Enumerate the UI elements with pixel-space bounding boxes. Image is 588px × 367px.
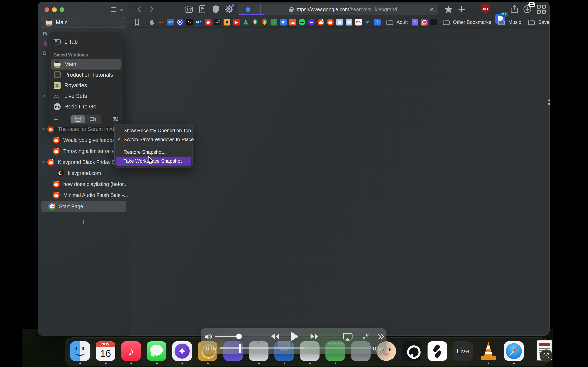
bookmark-folder-label-adult[interactable]: Adult [397, 19, 408, 25]
bookmark-squiggle[interactable]: M [364, 19, 371, 25]
saved-window-main[interactable]: Main [51, 59, 121, 69]
collapsed-chevron-icon[interactable] [43, 83, 45, 87]
bookmark-ballpark[interactable]: ◆ [205, 19, 212, 25]
dock-messages[interactable] [147, 341, 166, 361]
sidebar-tab-klevgrand-com[interactable]: klevgrand.com [38, 167, 130, 179]
sidebar-toggle-icon[interactable] [110, 7, 117, 13]
segment-devices-view[interactable] [85, 115, 100, 123]
bookmark-insta[interactable] [421, 19, 428, 25]
bookmark-drive[interactable] [242, 19, 249, 25]
dock-calendar[interactable]: NOV16 [96, 341, 115, 361]
volume-slider[interactable] [215, 336, 239, 337]
volume-icon[interactable] [204, 333, 213, 341]
bookmark-folder-label-other-bookmarks[interactable]: Other Bookmarks [453, 19, 491, 25]
saved-window-reddit-to-go[interactable]: Reddit To Go [51, 101, 121, 112]
bookmark-folder-label-music[interactable]: Music [508, 19, 521, 25]
bookmark-star-button[interactable] [444, 5, 453, 15]
bookmark-folder-label-saved-tabs[interactable]: Saved Tabs [538, 19, 550, 25]
sidebar-tab-start-page[interactable]: Start Page [42, 201, 126, 212]
bookmark-youtube[interactable]: ▶ [233, 19, 240, 25]
dock-splice[interactable] [428, 341, 447, 361]
saved-window-royalties[interactable]: Royalties [51, 80, 121, 91]
bookmark-snoo2[interactable] [346, 19, 352, 25]
bookmark-green-arrow[interactable]: → [270, 19, 277, 25]
rewind-button[interactable] [270, 332, 280, 341]
dock-music[interactable] [121, 341, 141, 361]
folder-saved-tabs-icon[interactable] [528, 19, 535, 25]
bookmark-spotify2[interactable] [308, 19, 315, 25]
bookmark-hashtag[interactable]: # [280, 19, 287, 25]
bookmark-amazon[interactable]: a [224, 19, 230, 25]
dock-finder[interactable] [70, 341, 90, 361]
bookmark-snoo1[interactable] [336, 19, 343, 25]
more-chevrons-button[interactable] [377, 333, 385, 341]
menu-item-restore-snapshot[interactable]: Restore Snapshot... [116, 148, 191, 157]
bookmark-s-black[interactable]: S [186, 19, 193, 25]
menu-item-switch-saved-windows-in-place[interactable]: Switch Saved Windows In-Place [116, 135, 191, 144]
gear-settings-button[interactable] [225, 4, 234, 15]
bookmark-reddit2[interactable] [327, 19, 334, 25]
new-tab-plus-button[interactable] [457, 4, 466, 15]
folder-music-icon[interactable] [498, 19, 505, 25]
fast-forward-button[interactable] [309, 332, 320, 341]
bookmark-mlb[interactable]: MLB [195, 19, 202, 25]
seek-bar[interactable] [219, 347, 373, 349]
bookmark-reddit1[interactable] [318, 19, 324, 25]
seek-knob[interactable] [239, 344, 241, 353]
folder-adult-icon[interactable] [386, 19, 393, 25]
tab-count-item[interactable]: 1 Tab [51, 36, 121, 47]
bookmark-audius[interactable]: ∩ [412, 19, 418, 25]
bookmark-maps1[interactable] [252, 19, 259, 25]
dock-screenshot-document[interactable] [536, 341, 553, 361]
zoom-button[interactable] [60, 7, 64, 12]
screenshot-camera-button[interactable] [184, 4, 194, 15]
ublock-extension-button[interactable]: uO [481, 4, 490, 14]
close-button[interactable] [44, 7, 49, 12]
view-segmented-control[interactable] [70, 115, 101, 124]
workspace-settings-icon[interactable] [112, 116, 119, 123]
minimize-button[interactable] [52, 7, 57, 12]
add-window-button[interactable]: + [54, 115, 58, 124]
forward-button[interactable] [147, 4, 156, 15]
downloads-button[interactable]: 21 [523, 4, 532, 15]
segment-window-view[interactable] [71, 115, 85, 123]
bookmark-apple-music[interactable]: ♪ [374, 19, 380, 25]
saved-window-production-tutorials[interactable]: Production Tutorials [51, 69, 121, 80]
tab-grid-button[interactable] [537, 5, 546, 14]
bookmark-apple[interactable] [148, 19, 155, 25]
dock-vlc[interactable] [479, 341, 498, 361]
reader-view-button[interactable] [198, 4, 207, 15]
active-tab-chip[interactable] [237, 4, 261, 15]
bookmark-maps2[interactable] [261, 19, 268, 25]
collapsed-chevron-icon[interactable] [43, 94, 45, 98]
url-bar[interactable]: https://www.google.com/search?q=klebgran… [237, 4, 438, 15]
bookmark-sny[interactable]: SNY [167, 19, 174, 25]
url-text[interactable]: https://www.google.com/search?q=klebgran… [261, 7, 426, 12]
bookmarks-flag-icon[interactable] [134, 18, 140, 26]
shield-privacy-button[interactable] [211, 4, 221, 15]
expand-chevron-icon[interactable] [43, 159, 47, 165]
dock-output[interactable] [402, 341, 422, 361]
share-button[interactable] [510, 4, 519, 15]
expand-chevron-icon[interactable] [43, 126, 47, 132]
bookmark-soundcloud[interactable]: ☁ [289, 19, 296, 25]
sidebar-tab-how-does-playlisting-befor[interactable]: how does playlisting (befor... [38, 179, 130, 190]
volume-knob[interactable] [236, 334, 242, 339]
play-button[interactable] [290, 331, 299, 342]
dock-safari[interactable] [504, 341, 524, 361]
airplay-button[interactable] [342, 332, 353, 341]
bookmark-wu[interactable]: wu [214, 19, 221, 25]
dock-sparkle[interactable] [172, 341, 192, 361]
bookmark-spotify[interactable] [299, 19, 305, 25]
folder-other-bookmarks-icon[interactable] [443, 19, 450, 25]
bookmark-mets[interactable]: NY [158, 19, 164, 25]
saved-window-live-sets[interactable]: Live Sets [51, 91, 121, 101]
exit-fullscreen-button[interactable] [362, 333, 370, 341]
dock-live[interactable]: Live [453, 341, 473, 361]
back-button[interactable] [135, 4, 144, 15]
close-tab-icon[interactable]: ✕ [426, 6, 438, 13]
bookmark-pause[interactable] [177, 19, 183, 25]
sidebar-tab-minimal-audio-flash-sale[interactable]: Minimal Audio Flash Sale -... [38, 190, 130, 201]
menu-item-show-recently-opened-on-top[interactable]: Show Recently Opened on Top [116, 126, 191, 135]
bookmark-dd[interactable]: DD [355, 19, 362, 25]
